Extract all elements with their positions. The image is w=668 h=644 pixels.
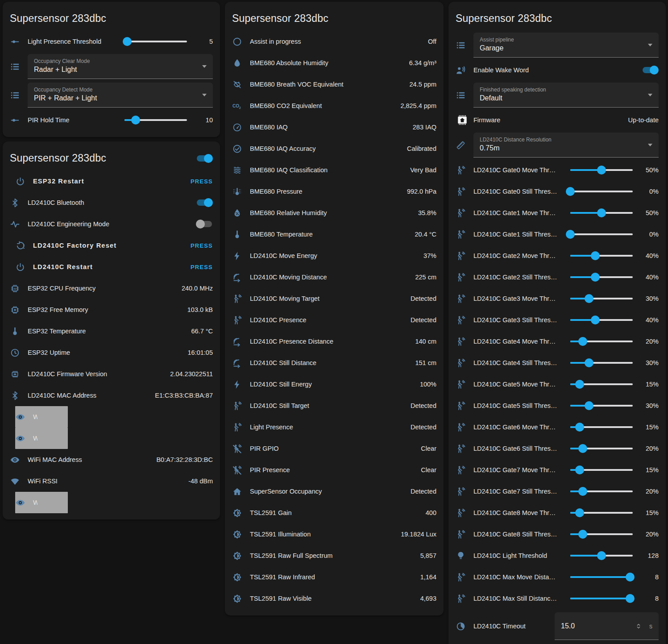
ld2410c-engineering-mode-toggle[interactable] [196,219,213,229]
ld2410c-max-move-dista-slider[interactable] [570,572,633,582]
slider-thumb[interactable] [626,573,635,582]
slider-thumb[interactable] [585,401,593,410]
stepper-icon[interactable] [634,623,643,630]
row-wifi-rssi[interactable]: WiFi RSSI-48 dBm [10,470,213,492]
row-tsl2591-gain[interactable]: TSL2591 Gain400 [232,502,436,524]
ld2410c-bluetooth-toggle[interactable] [196,198,213,208]
slider-thumb[interactable] [575,380,584,389]
row-tsl2591-raw-full-spectrum[interactable]: TSL2591 Raw Full Spectrum5,857 [232,545,436,566]
slider-thumb[interactable] [575,423,584,432]
row-ld2410c-moving-distance[interactable]: LD2410C Moving Distance225 cm [232,266,436,288]
ld2410c-gate8-move-thr-slider[interactable] [570,508,633,518]
row-ld2410c-moving-target[interactable]: LD2410C Moving TargetDetected [232,288,436,309]
row-tsl2591-illumination[interactable]: TSL2591 Illumination19.1824 Lux [232,524,436,545]
assist-pipeline-select[interactable]: Assist pipelineGarage [473,33,659,58]
slider-thumb[interactable] [566,230,575,239]
ld2410c-gate1-still-thres-slider[interactable] [570,229,633,239]
card-header-toggle[interactable] [196,154,213,163]
ld2410c-gate2-still-thres-slider[interactable] [570,272,633,282]
slider-thumb[interactable] [131,116,140,125]
slider-thumb[interactable] [123,37,132,46]
row-esp32-uptime[interactable]: ESP32 Uptime16:01:05 [10,342,213,363]
row-ld2410c-still-target[interactable]: LD2410C Still TargetDetected [232,395,436,416]
row-firmware[interactable]: FirmwareUp-to-date [456,109,659,131]
ld2410c-timeout-number-field[interactable]: 15.0s [555,612,659,640]
row-esp32-temperature[interactable]: ESP32 Temperature66.7 °C [10,320,213,342]
ld2410c-factory-reset-press-button[interactable]: PRESS [191,242,213,249]
ld2410c-gate7-move-thr-slider[interactable] [570,465,633,475]
row-tsl2591-raw-visible[interactable]: TSL2591 Raw Visible4,693 [232,588,436,609]
row-supersensor-occupancy[interactable]: SuperSensor OccupancyDetected [232,481,436,502]
ld2410c-gate0-still-thres-value: 0% [638,188,659,195]
enable-wake-word-toggle[interactable] [642,65,659,75]
ld2410c-restart-press-button[interactable]: PRESS [191,264,213,270]
finished-speaking-detection-select[interactable]: Finished speaking detectionDefault [473,83,659,108]
slider-thumb[interactable] [626,594,635,603]
ld2410c-gate5-move-thr-slider[interactable] [570,379,633,389]
row-pir-gpio[interactable]: PIR GPIOClear [232,438,436,459]
ld2410c-distance-resolution-select[interactable]: LD2410C Distance Resolution0.75m [473,133,659,158]
ld2410c-gate5-still-thres-slider[interactable] [570,401,633,411]
slider-thumb[interactable] [578,444,587,453]
row-ld2410c-still-energy[interactable]: LD2410C Still Energy100% [232,374,436,395]
row-bme680-iaq-classification[interactable]: BME680 IAQ ClassificationVery Bad [232,159,436,181]
row-bme680-relative-humidity[interactable]: BME680 Relative Humidity35.8% [232,202,436,224]
ld2410c-gate8-still-thres-slider[interactable] [570,529,633,539]
slider-thumb[interactable] [597,166,606,175]
slider-thumb[interactable] [585,294,593,303]
slider-thumb[interactable] [578,337,587,346]
slider-thumb[interactable] [591,251,600,260]
row-wifi-ssid[interactable]: WiFi SSID [15,492,68,513]
row-ld2410c-firmware-version[interactable]: LD2410C Firmware Version2.04.23022511 [10,363,213,385]
ld2410c-gate6-move-thr-slider[interactable] [570,422,633,432]
slider-thumb[interactable] [597,551,606,560]
occupancy-clear-mode-select[interactable]: Occupancy Clear ModeRadar + Light [28,54,213,79]
slider-thumb[interactable] [585,358,593,367]
light-presence-threshold-slider[interactable] [124,37,187,46]
slider-thumb[interactable] [566,187,575,196]
row-assist-in-progress[interactable]: Assist in progressOff [232,31,436,52]
ld2410c-gate3-move-thr-slider[interactable] [570,294,633,303]
slider-thumb[interactable] [597,208,606,217]
row-bme680-iaq-accuracy[interactable]: BME680 IAQ AccuracyCalibrated [232,138,436,159]
row-pir-presence[interactable]: PIR PresenceClear [232,459,436,481]
slider-thumb[interactable] [578,487,587,496]
ld2410c-gate3-still-thres-slider[interactable] [570,315,633,325]
occupancy-detect-mode-select[interactable]: Occupancy Detect ModePIR + Radar + Light [28,83,213,108]
slider-thumb[interactable] [575,508,584,517]
ld2410c-light-threshold-slider[interactable] [570,551,633,561]
ld2410c-gate0-move-thr-slider[interactable] [570,165,633,175]
row-wifi-bssid[interactable]: WiFi BSSID [15,406,68,428]
ld2410c-gate4-move-thr-slider[interactable] [570,337,633,346]
ld2410c-gate6-still-thres-slider[interactable] [570,444,633,453]
row-ld2410c-move-energy[interactable]: LD2410C Move Energy37% [232,245,436,266]
row-wifi-mac-address[interactable]: WiFi MAC AddressB0:A7:32:28:3D:BC [10,449,213,470]
row-ld2410c-presence[interactable]: LD2410C PresenceDetected [232,309,436,331]
row-bme680-temperature[interactable]: BME680 Temperature20.4 °C [232,224,436,245]
ld2410c-gate0-still-thres-slider[interactable] [570,187,633,196]
row-light-presence[interactable]: Light PresenceDetected [232,416,436,438]
ld2410c-gate2-move-thr-slider[interactable] [570,251,633,261]
row-bme680-absolute-humidity[interactable]: BME680 Absolute Humidity6.34 g/m³ [232,52,436,74]
row-esp32-free-memory[interactable]: ESP32 Free Memory103.0 kB [10,299,213,320]
row-ld2410c-mac-address[interactable]: LD2410C MAC AddressE1:C3:B3:CB:BA:87 [10,385,213,406]
slider-thumb[interactable] [575,465,584,474]
row-bme680-co2-equivalent[interactable]: CO2BME680 CO2 Equivalent2,825.4 ppm [232,95,436,116]
ld2410c-gate4-still-thres-slider[interactable] [570,358,633,368]
ld2410c-gate7-still-thres-slider[interactable] [570,486,633,496]
slider-thumb[interactable] [578,530,587,539]
pir-hold-time-slider[interactable] [124,115,187,125]
row-bme680-iaq[interactable]: BME680 IAQ283 IAQ [232,116,436,138]
row-esp32-cpu-frequency[interactable]: 32ESP32 CPU Frequency240.0 MHz [10,278,213,299]
row-bme680-breath-voc-equivalent[interactable]: BME680 Breath VOC Equivalent24.5 ppm [232,74,436,95]
row-bme680-pressure[interactable]: BME680 Pressure992.0 hPa [232,181,436,202]
slider-thumb[interactable] [591,316,600,324]
row-tsl2591-raw-infrared[interactable]: TSL2591 Raw Infrared1,164 [232,566,436,588]
row-ld2410c-still-distance[interactable]: LD2410C Still Distance151 cm [232,352,436,374]
ld2410c-max-still-distanc-slider[interactable] [570,594,633,603]
row-wifi-ip-address[interactable]: WiFi IP Address [15,428,68,449]
ld2410c-gate1-move-thr-slider[interactable] [570,208,633,218]
row-ld2410c-presence-distance[interactable]: LD2410C Presence Distance140 cm [232,331,436,352]
esp32-restart-press-button[interactable]: PRESS [191,178,213,185]
slider-thumb[interactable] [591,273,600,282]
